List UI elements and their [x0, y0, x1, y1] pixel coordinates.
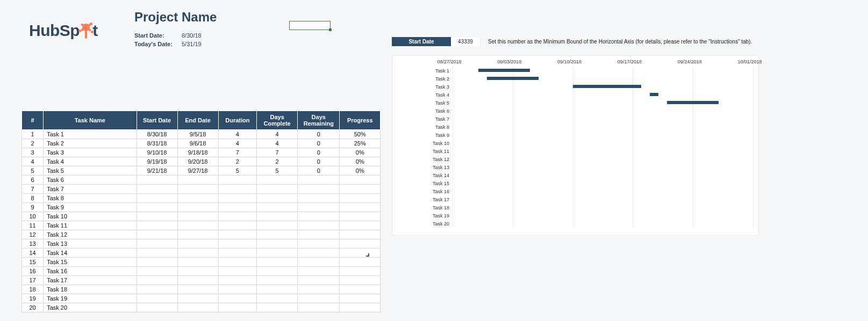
table-cell[interactable] [298, 239, 340, 249]
table-cell[interactable]: 25% [340, 139, 381, 148]
table-cell[interactable] [257, 176, 298, 185]
table-cell[interactable]: 0 [298, 166, 340, 176]
gantt-bar[interactable] [573, 85, 642, 88]
table-cell[interactable]: Task 18 [44, 285, 137, 294]
table-cell[interactable]: 4 [257, 130, 298, 139]
table-cell[interactable] [298, 221, 340, 230]
start-date-value[interactable]: 8/30/18 [182, 31, 214, 40]
table-cell[interactable] [177, 294, 218, 303]
table-cell[interactable]: 0% [340, 166, 381, 176]
gantt-bar[interactable] [478, 69, 530, 72]
table-cell[interactable]: 0 [298, 157, 340, 166]
table-cell[interactable] [218, 176, 257, 185]
table-cell[interactable] [298, 185, 340, 194]
table-cell[interactable] [340, 194, 381, 203]
table-cell[interactable]: 4 [218, 130, 257, 139]
table-cell[interactable] [298, 176, 340, 185]
table-cell[interactable] [257, 258, 298, 267]
table-cell[interactable]: 9/18/18 [177, 148, 218, 157]
table-cell[interactable] [137, 185, 177, 194]
table-cell[interactable] [298, 276, 340, 285]
table-row[interactable]: 11Task 11 [22, 221, 381, 230]
table-cell[interactable]: 7 [218, 148, 257, 157]
table-cell[interactable] [177, 212, 218, 221]
table-cell[interactable] [177, 203, 218, 212]
table-cell[interactable] [340, 203, 381, 212]
table-cell[interactable]: 0% [340, 148, 381, 157]
table-cell[interactable]: Task 15 [44, 258, 137, 267]
table-cell[interactable] [177, 239, 218, 249]
table-cell[interactable] [218, 294, 257, 303]
table-cell[interactable]: Task 10 [44, 212, 137, 221]
table-cell[interactable] [340, 230, 381, 239]
table-cell[interactable] [340, 258, 381, 267]
table-cell[interactable] [177, 276, 218, 285]
table-cell[interactable] [137, 249, 177, 258]
table-cell[interactable]: Task 4 [44, 157, 137, 166]
table-row[interactable]: 10Task 10 [22, 212, 381, 221]
table-cell[interactable] [340, 221, 381, 230]
table-cell[interactable] [257, 276, 298, 285]
table-cell[interactable]: Task 5 [44, 166, 137, 176]
table-cell[interactable] [298, 303, 340, 312]
table-cell[interactable] [137, 294, 177, 303]
table-cell[interactable]: 17 [22, 276, 44, 285]
table-cell[interactable] [218, 267, 257, 276]
col-index[interactable]: # [22, 111, 44, 130]
table-cell[interactable]: 9/19/18 [137, 157, 177, 166]
table-cell[interactable] [340, 294, 381, 303]
table-row[interactable]: 9Task 9 [22, 203, 381, 212]
table-cell[interactable] [340, 267, 381, 276]
table-cell[interactable] [137, 276, 177, 285]
table-cell[interactable] [137, 176, 177, 185]
table-cell[interactable]: 9/10/18 [137, 148, 177, 157]
table-row[interactable]: 15Task 15 [22, 258, 381, 267]
table-cell[interactable] [177, 285, 218, 294]
table-row[interactable]: 13Task 13 [22, 239, 381, 249]
table-cell[interactable]: Task 6 [44, 176, 137, 185]
table-cell[interactable] [177, 176, 218, 185]
table-cell[interactable] [218, 285, 257, 294]
table-cell[interactable]: 19 [22, 294, 44, 303]
table-resize-handle[interactable] [366, 253, 369, 257]
table-row[interactable]: 8Task 8 [22, 194, 381, 203]
table-cell[interactable] [257, 294, 298, 303]
table-cell[interactable] [340, 176, 381, 185]
table-cell[interactable] [257, 239, 298, 249]
table-cell[interactable]: 2 [257, 157, 298, 166]
table-row[interactable]: 1Task 18/30/189/5/1844050% [22, 130, 381, 139]
table-cell[interactable] [177, 249, 218, 258]
table-cell[interactable] [218, 194, 257, 203]
table-cell[interactable]: 9/5/18 [177, 130, 218, 139]
table-cell[interactable] [137, 230, 177, 239]
todays-date-value[interactable]: 5/31/19 [182, 40, 214, 48]
gantt-bar[interactable] [667, 101, 719, 104]
axis-min-value[interactable]: 43339 [451, 37, 480, 46]
table-cell[interactable]: Task 16 [44, 267, 137, 276]
table-cell[interactable] [218, 303, 257, 312]
table-cell[interactable]: 5 [218, 166, 257, 176]
table-cell[interactable]: 0 [298, 139, 340, 148]
table-cell[interactable] [177, 230, 218, 239]
table-cell[interactable]: 20 [22, 303, 44, 312]
table-cell[interactable]: 0 [298, 148, 340, 157]
table-cell[interactable]: 8/31/18 [137, 139, 177, 148]
table-cell[interactable] [298, 285, 340, 294]
table-cell[interactable]: Task 8 [44, 194, 137, 203]
table-cell[interactable] [298, 258, 340, 267]
table-cell[interactable] [218, 221, 257, 230]
col-days-complete[interactable]: Days Complete [257, 111, 298, 130]
table-cell[interactable] [218, 230, 257, 239]
table-cell[interactable]: 18 [22, 285, 44, 294]
table-cell[interactable] [137, 285, 177, 294]
table-cell[interactable]: Task 19 [44, 294, 137, 303]
table-cell[interactable]: 11 [22, 221, 44, 230]
table-cell[interactable] [257, 303, 298, 312]
col-end-date[interactable]: End Date [177, 111, 218, 130]
gantt-bar[interactable] [487, 77, 539, 80]
table-cell[interactable] [298, 230, 340, 239]
table-cell[interactable] [137, 258, 177, 267]
table-cell[interactable] [298, 249, 340, 258]
table-cell[interactable]: 16 [22, 267, 44, 276]
table-cell[interactable]: 10 [22, 212, 44, 221]
